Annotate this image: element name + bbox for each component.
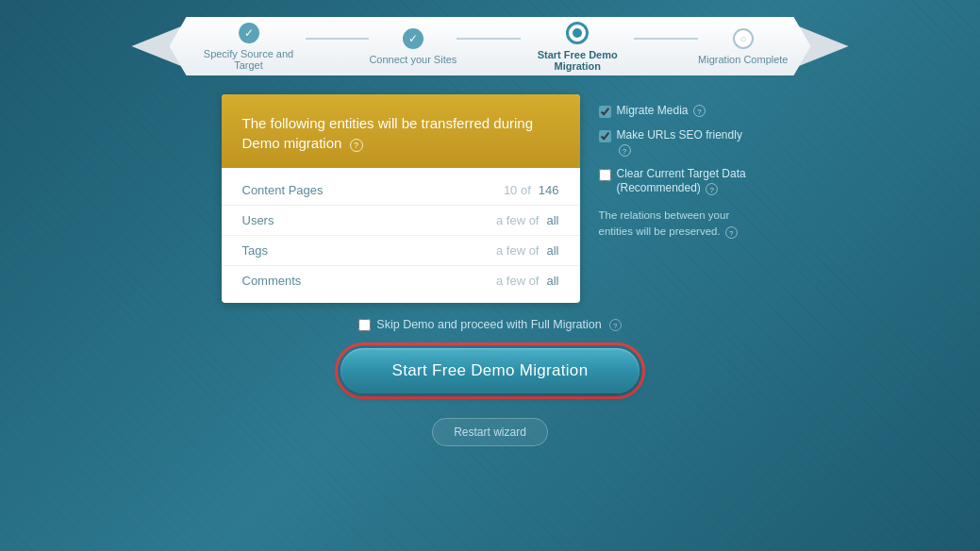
main-content: The following entities will be transferr… xyxy=(0,94,980,303)
entity-header: The following entities will be transferr… xyxy=(222,94,580,168)
step-circle-specify: ✓ xyxy=(239,23,259,43)
restart-row: Restart wizard xyxy=(0,418,980,446)
connector-2 xyxy=(457,38,521,40)
seo-friendly-help-icon[interactable]: ? xyxy=(619,144,631,157)
entity-count-of-users: a few of xyxy=(496,213,540,227)
entity-count-of-comments: a few of xyxy=(496,274,540,288)
migrate-media-label: Migrate Media ? xyxy=(617,104,706,119)
entity-header-text: The following entities will be transferr… xyxy=(242,115,534,151)
step-label-start: Start Free Demo Migration xyxy=(521,49,634,72)
skip-demo-row: Skip Demo and proceed with Full Migratio… xyxy=(0,318,980,331)
start-demo-migration-button[interactable]: Start Free Demo Migration xyxy=(341,348,640,393)
step-complete: ○ Migration Complete xyxy=(698,28,788,65)
skip-demo-checkbox[interactable] xyxy=(358,319,371,331)
entity-count-of-tags: a few of xyxy=(496,243,540,258)
step-label-complete: Migration Complete xyxy=(698,54,788,65)
options-panel: Migrate Media ? Make URLs SEO friendly ?… xyxy=(599,94,759,303)
option-migrate-media: Migrate Media ? xyxy=(599,104,759,119)
step-circle-complete: ○ xyxy=(733,28,754,49)
entity-name-users: Users xyxy=(242,213,484,227)
table-row: Content Pages 10 of 146 xyxy=(222,175,580,206)
table-row: Tags a few of all xyxy=(222,236,580,266)
entity-box: The following entities will be transferr… xyxy=(222,94,580,303)
clear-target-help-icon[interactable]: ? xyxy=(706,183,718,195)
start-button-wrapper: Start Free Demo Migration xyxy=(335,342,646,399)
entity-total-content-pages: 146 xyxy=(539,183,559,197)
entity-name-comments: Comments xyxy=(242,274,484,288)
entity-count-content-pages: 10 of 146 xyxy=(484,183,559,197)
entity-count-comments: a few of all xyxy=(484,274,559,288)
entity-name-content-pages: Content Pages xyxy=(242,183,484,197)
entity-header-info-icon[interactable]: ? xyxy=(350,139,363,152)
entity-total-tags: all xyxy=(546,243,558,258)
step-connect: ✓ Connect your Sites xyxy=(369,28,457,65)
skip-demo-label: Skip Demo and proceed with Full Migratio… xyxy=(376,318,601,331)
entity-count-users: a few of all xyxy=(484,213,559,227)
step-label-connect: Connect your Sites xyxy=(369,54,457,65)
seo-friendly-checkbox[interactable] xyxy=(599,130,611,142)
relations-note: The relations between your entities will… xyxy=(599,208,759,241)
relations-note-help-icon[interactable]: ? xyxy=(725,226,738,239)
migrate-media-help-icon[interactable]: ? xyxy=(693,105,706,117)
start-button-row: Start Free Demo Migration xyxy=(0,342,980,399)
step-start: Start Free Demo Migration xyxy=(521,22,634,72)
progress-banner: ✓ Specify Source and Target ✓ Connect yo… xyxy=(0,17,980,75)
table-row: Comments a few of all xyxy=(222,266,580,295)
steps-banner: ✓ Specify Source and Target ✓ Connect yo… xyxy=(170,17,811,75)
clear-target-checkbox[interactable] xyxy=(599,169,611,181)
skip-demo-help-icon[interactable]: ? xyxy=(609,319,622,331)
step-label-specify: Specify Source and Target xyxy=(192,48,306,71)
step-specify: ✓ Specify Source and Target xyxy=(192,23,306,71)
connector-1 xyxy=(306,38,370,40)
connector-3 xyxy=(634,38,698,40)
option-seo-friendly: Make URLs SEO friendly ? xyxy=(599,128,759,158)
entity-total-users: all xyxy=(546,213,558,227)
seo-friendly-label: Make URLs SEO friendly ? xyxy=(617,128,759,158)
table-row: Users a few of all xyxy=(222,206,580,236)
migrate-media-checkbox[interactable] xyxy=(599,106,611,118)
entity-total-comments: all xyxy=(546,274,558,288)
step-circle-start xyxy=(566,22,589,44)
entity-table: Content Pages 10 of 146 Users a few of a… xyxy=(222,168,580,303)
step-circle-connect: ✓ xyxy=(403,28,424,49)
entity-count-of-content-pages: 10 of xyxy=(504,183,531,197)
entity-count-tags: a few of all xyxy=(484,243,559,258)
entity-name-tags: Tags xyxy=(242,243,484,258)
option-clear-target: Clear Current Target Data (Recommended) … xyxy=(599,167,759,196)
restart-wizard-button[interactable]: Restart wizard xyxy=(432,418,548,446)
clear-target-label: Clear Current Target Data (Recommended) … xyxy=(617,167,759,196)
